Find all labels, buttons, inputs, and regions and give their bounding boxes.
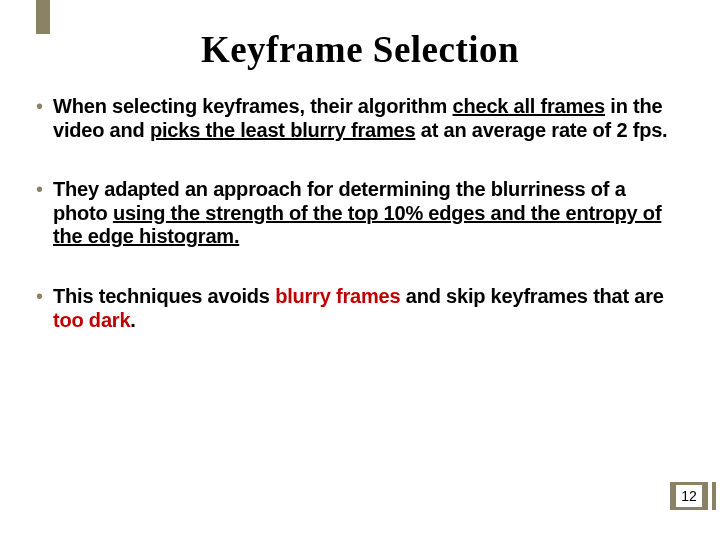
bullet-text: When selecting keyframes, their algorith…	[53, 95, 684, 142]
accent-bar	[36, 0, 50, 34]
page-badge-stripe	[712, 482, 716, 510]
page-title: Keyframe Selection	[0, 0, 720, 71]
bullet-text: This techniques avoids blurry frames and…	[53, 285, 684, 332]
content-area: • When selecting keyframes, their algori…	[0, 71, 720, 332]
bullet-item: • When selecting keyframes, their algori…	[36, 95, 684, 142]
page-number-badge: 12	[670, 482, 708, 510]
bullet-icon: •	[36, 285, 43, 307]
page-number: 12	[676, 485, 702, 507]
bullet-text: They adapted an approach for determining…	[53, 178, 684, 249]
bullet-icon: •	[36, 95, 43, 117]
bullet-icon: •	[36, 178, 43, 200]
bullet-item: • They adapted an approach for determini…	[36, 178, 684, 249]
bullet-item: • This techniques avoids blurry frames a…	[36, 285, 684, 332]
